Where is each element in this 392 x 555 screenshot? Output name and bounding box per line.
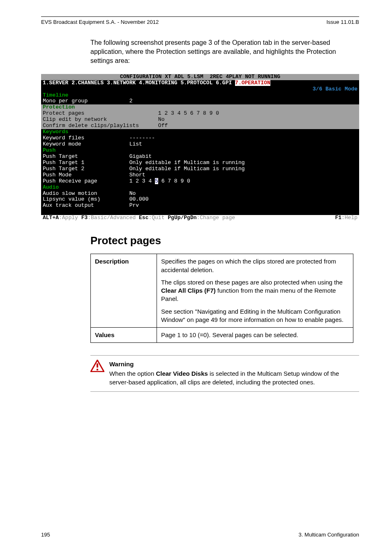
warning-title: Warning [109,360,359,368]
term-line: Push Target 2 Only editable if Multicam … [41,166,359,172]
table-key-description: Description [91,254,157,328]
section-heading: Protect pages [90,234,359,248]
term-line: Push Target Gigabit [41,154,359,160]
description-table: Description Specifies the pages on which… [90,254,353,343]
intro-paragraph: The following screenshot presents page 3… [90,38,359,66]
term-line: Keyword mode List [41,141,359,148]
table-val-values: Page 1 to 10 (=0). Several pages can be … [157,328,353,343]
term-title: CONFIGURATION XT ADL 5.LSM 2REC 4PLAY NO… [41,74,359,80]
header-left: EVS Broadcast Equipment S.A. - November … [41,18,159,26]
term-line: Push Target 1 Only editable if Multicam … [41,160,359,166]
terminal-screenshot: CONFIGURATION XT ADL 5.LSM 2REC 4PLAY NO… [41,74,359,222]
term-sec-push: Push [43,147,55,153]
term-sec-protection: Protection [43,104,75,110]
footer-section: 3. Multicam Configuration [299,531,359,539]
term-line: Mono per group 2 [41,98,359,104]
table-key-values: Values [91,328,157,343]
header-right: Issue 11.01.B [327,18,360,26]
term-protect-pages: Protect pages 1 2 3 4 5 6 7 8 9 0 [41,111,359,117]
term-tabs: 1.SERVER 2.CHANNELS 3.NETWORK 4.MONITORI… [41,80,359,86]
term-sec-audio: Audio [43,184,59,190]
term-line: Confirm delete clips/playlists Off [41,123,359,129]
term-mode: 3/6 Basic Mode [41,86,359,92]
page-number: 195 [41,531,50,539]
term-push-receive: Push Receive page 1 2 3 4 5 6 7 8 9 0 [41,178,359,185]
term-line: Lipsync value (ms) 00.000 [41,197,359,203]
term-line: Clip edit by network No [41,117,359,123]
term-sec-keywords: Keywords [43,129,68,135]
table-val-description: Specifies the pages on which the clips s… [157,254,353,328]
term-line: Push Mode Short [41,172,359,178]
warning-icon [90,360,104,386]
term-sec-timeline: Timeline [43,92,68,98]
svg-rect-2 [97,369,98,370]
warning-text: When the option Clear Video Disks is sel… [109,369,359,386]
term-line: Audio slow motion No [41,191,359,197]
term-line: Keyword files -------- [41,135,359,141]
warning-box: Warning When the option Clear Video Disk… [90,355,359,392]
term-tab-active: 7.OPERATION [235,80,270,86]
svg-rect-1 [97,363,98,368]
term-line: Aux track output Prv [41,203,359,209]
term-footer: ALT+A:Apply F3:Basic/Advanced Esc:Quit P… [41,215,359,221]
